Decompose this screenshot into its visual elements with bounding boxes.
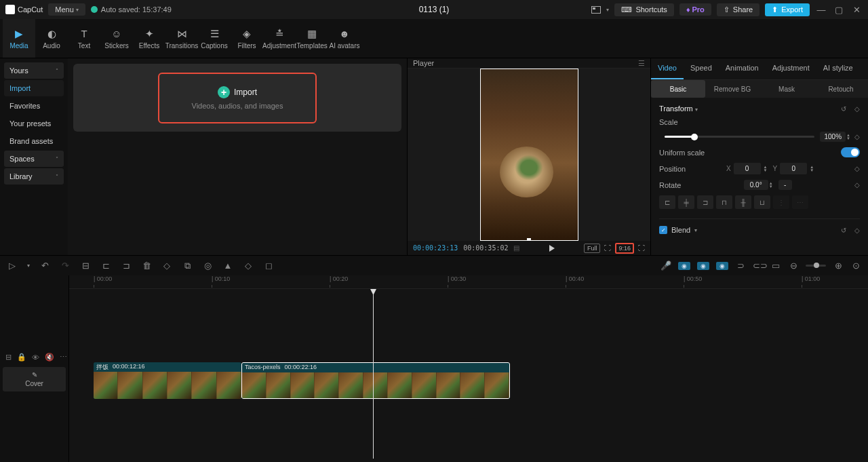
export-button[interactable]: ⬆ Export [765, 3, 810, 16]
pos-y-input[interactable] [780, 163, 807, 174]
sidebar-brand-assets[interactable]: Brand assets [4, 133, 64, 149]
subtab-mask[interactable]: Mask [760, 80, 814, 98]
video-preview[interactable] [480, 69, 578, 241]
eye-icon[interactable]: 👁 [32, 353, 39, 362]
link-icon[interactable]: ⊂⊃ [753, 261, 764, 271]
cover-button[interactable]: ✎ Cover [3, 367, 66, 391]
shortcuts-button[interactable]: ⌨ Shortcuts [614, 3, 673, 16]
insp-tab-ai-stylize[interactable]: AI stylize [816, 58, 860, 79]
keyframe-icon[interactable]: ◇ [854, 181, 860, 189]
ratio-full-button[interactable]: Full [584, 244, 601, 253]
tab-effects[interactable]: ✦Effects [133, 19, 165, 58]
subtab-basic[interactable]: Basic [651, 80, 705, 98]
player-viewport[interactable] [408, 69, 650, 241]
aspect-ratio-button[interactable]: 9:16 [615, 243, 634, 254]
window-minimize[interactable]: — [815, 3, 827, 16]
blend-checkbox[interactable]: ✓ [659, 226, 667, 234]
scan-icon[interactable]: ⛶ [604, 244, 611, 252]
scale-slider[interactable] [665, 136, 814, 138]
timeline-tracks[interactable]: 拌饭00:00:12:16 Tacos-pexels00:00:22:16 [69, 289, 868, 459]
fullscreen-icon[interactable]: ⛶ [638, 244, 645, 252]
zoom-slider[interactable] [806, 265, 826, 267]
chevron-down-icon[interactable]: ▾ [694, 227, 697, 233]
zoom-fit[interactable]: ⊙ [850, 261, 861, 271]
import-dropzone[interactable]: + Import Videos, audios, and images [73, 64, 401, 132]
sidebar-spaces[interactable]: Spaces˅ [4, 151, 64, 167]
delete-tool[interactable]: 🗑 [141, 261, 152, 271]
collapse-icon[interactable]: ⊟ [5, 353, 12, 362]
scale-value[interactable]: 100% [820, 132, 846, 142]
list-icon[interactable]: ▤ [513, 244, 519, 252]
rotate-reset[interactable]: - [778, 180, 792, 190]
mic-icon[interactable]: 🎤 [660, 261, 671, 271]
insp-tab-video[interactable]: Video [651, 58, 684, 79]
tab-ai-avatars[interactable]: ☻AI avatars [328, 19, 361, 58]
insp-tab-animation[interactable]: Animation [719, 58, 766, 79]
tab-text[interactable]: TText [68, 19, 100, 58]
record-tool[interactable]: ◎ [202, 261, 213, 271]
pos-x-stepper[interactable]: ▲▼ [764, 166, 768, 172]
subtab-retouch[interactable]: Retouch [814, 80, 868, 98]
split-right[interactable]: ⊐ [121, 261, 132, 271]
preview-icon[interactable]: ▭ [770, 261, 781, 271]
timeline-ruler[interactable]: | 00:00| 00:10| 00:20| 00:30| 00:40| 00:… [69, 275, 868, 289]
reset-icon[interactable]: ↺ [841, 105, 846, 113]
keyframe-icon[interactable]: ◇ [854, 133, 860, 140]
layout-chevron-icon[interactable]: ▾ [606, 7, 609, 13]
menu-button[interactable]: Menu ▾ [48, 3, 85, 16]
rotate-tool[interactable]: ◇ [243, 261, 254, 271]
playhead[interactable] [373, 289, 374, 459]
split-left[interactable]: ⊏ [100, 261, 111, 271]
zoom-in[interactable]: ⊕ [833, 261, 844, 271]
magnet-icon[interactable]: ⊃ [735, 261, 746, 271]
crop-tool[interactable]: ◻ [263, 261, 274, 271]
play-button[interactable] [549, 245, 555, 252]
window-close[interactable]: ✕ [850, 3, 863, 16]
layout-icon[interactable] [591, 6, 601, 14]
share-button[interactable]: ⇧ Share [717, 3, 760, 16]
reset-icon[interactable]: ↺ [841, 227, 846, 234]
insp-tab-adjustment[interactable]: Adjustment [766, 58, 816, 79]
chip-1[interactable]: ◉ [678, 262, 690, 270]
pos-x-input[interactable] [734, 163, 761, 174]
tab-transitions[interactable]: ⋈Transitions [165, 19, 198, 58]
zoom-out[interactable]: ⊖ [788, 261, 799, 271]
mirror-tool[interactable]: ▲ [222, 261, 233, 271]
tab-captions[interactable]: ☰Captions [198, 19, 231, 58]
tab-media[interactable]: ▶Media [3, 19, 35, 58]
copy-tool[interactable]: ⧉ [182, 261, 193, 271]
chevron-down-icon[interactable]: ▾ [27, 263, 30, 269]
sidebar-favorites[interactable]: Favorites [4, 98, 64, 114]
scale-stepper[interactable]: ▲▼ [846, 134, 850, 140]
subtab-remove-bg[interactable]: Remove BG [705, 80, 760, 98]
keyframe-icon[interactable]: ◇ [854, 165, 860, 172]
sidebar-your-presets[interactable]: Your presets [4, 115, 64, 132]
align-center-h[interactable]: ╪ [678, 195, 694, 209]
player-menu-icon[interactable]: ☰ [638, 59, 645, 68]
insp-tab-speed[interactable]: Speed [684, 58, 719, 79]
selection-tool[interactable]: ▷ [7, 261, 18, 271]
chevron-down-icon[interactable]: ▾ [695, 107, 698, 113]
clip-2[interactable]: Tacos-pexels00:00:22:16 [241, 362, 510, 399]
sidebar-library[interactable]: Library˅ [4, 168, 64, 185]
window-maximize[interactable]: ▢ [833, 3, 845, 16]
align-top[interactable]: ⊓ [716, 195, 732, 209]
mute-icon[interactable]: 🔇 [45, 353, 54, 362]
marker-tool[interactable]: ◇ [161, 261, 172, 271]
pos-y-stepper[interactable]: ▲▼ [810, 166, 814, 172]
timeline-main[interactable]: | 00:00| 00:10| 00:20| 00:30| 00:40| 00:… [69, 275, 868, 462]
sidebar-yours[interactable]: Yours˄ [4, 62, 64, 79]
tab-filters[interactable]: ◈Filters [231, 19, 263, 58]
align-center-v[interactable]: ╫ [735, 195, 751, 209]
align-right[interactable]: ⊐ [697, 195, 713, 209]
sidebar-import[interactable]: Import [4, 80, 64, 96]
undo-button[interactable]: ↶ [39, 261, 50, 271]
chip-2[interactable]: ◉ [697, 262, 709, 270]
rotate-value[interactable]: 0.0° [744, 180, 768, 190]
lock-icon[interactable]: 🔒 [17, 353, 26, 362]
tab-adjustment[interactable]: ≛Adjustment [263, 19, 296, 58]
keyframe-icon[interactable]: ◇ [854, 105, 860, 113]
tab-audio[interactable]: ◐Audio [35, 19, 68, 58]
uniform-scale-toggle[interactable] [841, 147, 860, 157]
pro-button[interactable]: ♦ Pro [679, 3, 711, 16]
